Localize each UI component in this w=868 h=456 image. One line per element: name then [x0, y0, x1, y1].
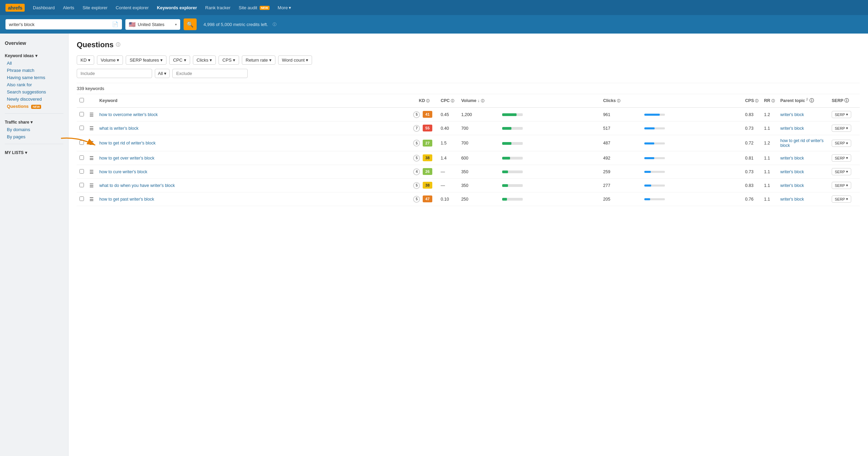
nav-rank-tracker[interactable]: Rank tracker: [202, 4, 234, 12]
keyword-link[interactable]: how to overcome writer's block: [99, 112, 158, 117]
sidebar-overview[interactable]: Overview: [5, 39, 63, 47]
sidebar-my-lists-title[interactable]: MY LISTS ▾: [5, 148, 63, 156]
filter-word-count[interactable]: Word count ▾: [278, 55, 312, 65]
chevron-down-icon: ▾: [35, 53, 37, 58]
row-checkbox[interactable]: [79, 140, 84, 145]
keyword-link[interactable]: how to get past writer's block: [99, 197, 154, 202]
drag-handle-icon[interactable]: ☰: [89, 183, 94, 188]
chevron-down-icon: ▾: [160, 58, 163, 63]
col-header-serp: SERP ⓘ: [829, 94, 860, 107]
chevron-down-icon: ▾: [846, 197, 848, 201]
parent-topic-link[interactable]: writer's block: [780, 169, 804, 174]
nav-dashboard[interactable]: Dashboard: [29, 4, 58, 12]
filter-clicks[interactable]: Clicks ▾: [193, 55, 216, 65]
parent-topic-link[interactable]: writer's block: [780, 126, 804, 131]
volume-value: 350: [458, 165, 499, 179]
flag-icon: 🇺🇸: [129, 21, 136, 28]
sidebar-item-by-domains[interactable]: By domains: [5, 126, 63, 133]
logo[interactable]: ahrefs: [5, 4, 25, 12]
nav-site-audit[interactable]: Site audit NEW: [235, 4, 273, 12]
volume-bar: [502, 113, 523, 116]
all-select[interactable]: All ▾: [155, 69, 170, 78]
col-header-volume[interactable]: Volume ↓ ⓘ: [458, 94, 499, 107]
chevron-down-icon: ▾: [175, 23, 177, 26]
volume-bar: [502, 142, 523, 145]
keyword-link[interactable]: what to do when you have writer's block: [99, 183, 175, 188]
parent-topic-link[interactable]: writer's block: [780, 197, 804, 202]
keyword-link[interactable]: how to get over writer's block: [99, 156, 154, 161]
cps-value: 0.73: [742, 165, 761, 179]
nav-more[interactable]: More ▾: [274, 4, 295, 12]
filter-serp-features[interactable]: SERP features ▾: [126, 55, 166, 65]
file-icon[interactable]: 📄: [112, 21, 119, 27]
row-checkbox[interactable]: [79, 126, 84, 130]
sidebar-item-search-suggestions[interactable]: Search suggestions: [5, 88, 63, 96]
serp-button[interactable]: SERP ▾: [832, 154, 851, 162]
filter-cpc[interactable]: CPC ▾: [169, 55, 190, 65]
table-row: ☰ what is writer's block 7 55 0.40 700 5…: [77, 122, 860, 135]
filter-kd[interactable]: KD ▾: [77, 55, 94, 65]
page-title-info-icon[interactable]: ⓘ: [116, 42, 120, 48]
sidebar-item-questions[interactable]: Questions NEW: [5, 103, 63, 110]
kd-box: 26: [423, 168, 432, 175]
sidebar-keyword-ideas-title[interactable]: Keyword ideas ▾: [5, 51, 63, 60]
keyword-link[interactable]: how to cure writer's block: [99, 169, 147, 174]
serp-button[interactable]: SERP ▾: [832, 111, 851, 118]
nav-content-explorer[interactable]: Content explorer: [112, 4, 152, 12]
drag-handle-icon[interactable]: ☰: [89, 112, 94, 117]
keyword-link[interactable]: how to get rid of writer's block: [99, 141, 156, 145]
sidebar-item-having-same-terms[interactable]: Having same terms: [5, 74, 63, 81]
search-button[interactable]: 🔍: [184, 18, 197, 30]
parent-topic-link[interactable]: how to get rid of writer's block: [780, 138, 823, 148]
search-input[interactable]: [9, 22, 110, 27]
parent-topic-link[interactable]: writer's block: [780, 183, 804, 188]
volume-fill: [502, 170, 508, 173]
col-header-kd: KD ⓘ: [410, 94, 438, 107]
nav-alerts[interactable]: Alerts: [60, 4, 78, 12]
sidebar-item-all[interactable]: All: [5, 60, 63, 67]
parent-topic-link[interactable]: writer's block: [780, 156, 804, 161]
select-all-checkbox[interactable]: [79, 98, 84, 102]
row-checkbox[interactable]: [79, 169, 84, 174]
drag-handle-icon[interactable]: ☰: [89, 197, 94, 202]
kd-circle: 5: [413, 140, 420, 147]
kd-circle: 7: [413, 125, 420, 132]
filter-cps[interactable]: CPS ▾: [219, 55, 239, 65]
serp-button[interactable]: SERP ▾: [832, 125, 851, 132]
drag-handle-icon[interactable]: ☰: [89, 126, 94, 131]
nav-site-explorer[interactable]: Site explorer: [79, 4, 111, 12]
serp-button[interactable]: SERP ▾: [832, 195, 851, 203]
chevron-down-icon: ▾: [88, 58, 90, 63]
sidebar-item-newly-discovered[interactable]: Newly discovered: [5, 96, 63, 103]
clicks-value: 961: [600, 107, 642, 122]
keyword-link[interactable]: what is writer's block: [99, 126, 138, 131]
cps-value: 0.72: [742, 135, 761, 151]
row-checkbox[interactable]: [79, 155, 84, 160]
country-selector[interactable]: 🇺🇸 United States ▾: [125, 19, 180, 30]
nav-keywords-explorer[interactable]: Keywords explorer: [153, 4, 200, 12]
col-header-parent-topic: Parent topic β ⓘ: [778, 94, 829, 107]
chevron-down-icon: ▾: [30, 120, 33, 125]
sidebar-item-also-rank-for[interactable]: Also rank for: [5, 81, 63, 88]
sidebar-traffic-share-title[interactable]: Traffic share ▾: [5, 117, 63, 126]
include-input[interactable]: [77, 69, 152, 78]
drag-handle-icon[interactable]: ☰: [89, 155, 94, 161]
drag-handle-icon[interactable]: ☰: [89, 169, 94, 175]
serp-button[interactable]: SERP ▾: [832, 140, 851, 147]
filter-volume[interactable]: Volume ▾: [97, 55, 123, 65]
credits-info-icon[interactable]: ⓘ: [273, 22, 276, 27]
sidebar-item-by-pages[interactable]: By pages: [5, 133, 63, 140]
rr-value: 1.1: [761, 122, 778, 135]
exclude-input[interactable]: [172, 69, 248, 78]
row-checkbox[interactable]: [79, 183, 84, 187]
chevron-down-icon: ▾: [846, 126, 848, 130]
credits-text: 4,998 of 5,000 metric credits left.: [203, 22, 268, 27]
filter-return-rate[interactable]: Return rate ▾: [242, 55, 275, 65]
serp-button[interactable]: SERP ▾: [832, 168, 851, 175]
row-checkbox[interactable]: [79, 112, 84, 116]
drag-handle-icon[interactable]: ☰: [89, 140, 94, 146]
serp-button[interactable]: SERP ▾: [832, 182, 851, 189]
row-checkbox[interactable]: [79, 197, 84, 201]
sidebar-item-phrase-match[interactable]: Phrase match: [5, 67, 63, 74]
parent-topic-link[interactable]: writer's block: [780, 112, 804, 117]
